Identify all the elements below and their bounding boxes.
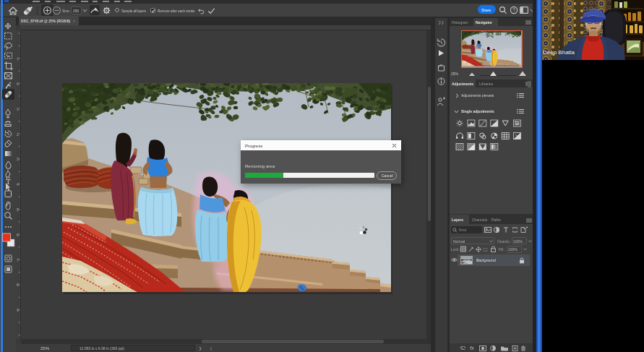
svg-text:2: 2 [17, 132, 19, 137]
svg-text:8: 8 [17, 283, 19, 287]
svg-text:1: 1 [17, 107, 19, 111]
svg-text:□: □ [484, 246, 487, 253]
svg-text:9: 9 [17, 308, 19, 312]
svg-text:3: 3 [17, 157, 19, 161]
svg-text:fx: fx [470, 345, 474, 351]
svg-text:6: 6 [17, 233, 19, 237]
svg-text:4: 4 [17, 182, 19, 186]
svg-text:?: ? [512, 7, 515, 12]
svg-text:0: 0 [17, 82, 19, 86]
svg-text:7: 7 [17, 258, 19, 262]
svg-text:T: T [6, 177, 11, 186]
svg-text:7: 7 [17, 57, 19, 61]
svg-text:5: 5 [17, 207, 19, 212]
